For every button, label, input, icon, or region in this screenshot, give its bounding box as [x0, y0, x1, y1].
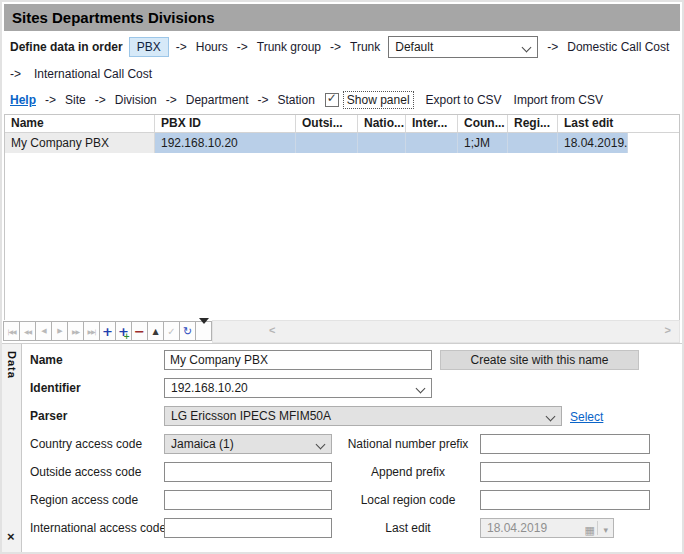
arrow-separator: -> [330, 40, 341, 54]
site-nav-row: Help -> Site -> Division -> Department -… [10, 88, 678, 112]
first-record-button[interactable]: |◀◀ [3, 321, 20, 341]
nav-trunk[interactable]: Trunk [350, 40, 380, 54]
append-prefix-input[interactable] [480, 462, 650, 482]
local-region-code-input[interactable] [480, 490, 650, 510]
select-parser-link[interactable]: Select [570, 408, 603, 428]
cell-region[interactable] [508, 133, 558, 153]
prior-page-button[interactable]: ◀◀ [19, 321, 36, 341]
cell-outside[interactable] [296, 133, 358, 153]
first-record-icon: |◀◀ [7, 328, 15, 335]
next-record-icon: ▶ [57, 327, 61, 335]
outside-access-code-label: Outside access code [30, 462, 141, 482]
prior-page-icon: ◀◀ [24, 328, 31, 335]
identifier-label: Identifier [30, 378, 81, 398]
prior-record-button[interactable]: ◀ [35, 321, 52, 341]
national-number-prefix-input[interactable] [480, 434, 650, 454]
nav-domestic-call-cost[interactable]: Domestic Call Cost [567, 40, 669, 54]
post-edit-button[interactable]: ✓ [163, 321, 180, 341]
create-site-button[interactable]: Create site with this name [440, 350, 639, 370]
db-navigator: |◀◀ ◀◀ ◀ ▶ ▶▶ ▶▶| + ++ − ▲ ✓ ↻ [4, 320, 212, 343]
identifier-dropdown-value: 192.168.10.20 [171, 381, 248, 395]
column-header-name[interactable]: Name [5, 115, 155, 132]
pbx-grid: Name PBX ID Outsi... Natio... Inter... C… [4, 114, 680, 320]
tab-data[interactable]: Data [6, 351, 18, 379]
next-page-button[interactable]: ▶▶ [67, 321, 84, 341]
nav-pbx[interactable]: PBX [129, 37, 169, 57]
chevron-down-icon [546, 412, 556, 422]
help-link[interactable]: Help [10, 93, 36, 107]
column-header-international[interactable]: Inter... [406, 115, 458, 132]
nav-trunk-group[interactable]: Trunk group [257, 40, 321, 54]
cell-national[interactable] [358, 133, 406, 153]
delete-record-button[interactable]: − [131, 321, 148, 341]
last-edit-value: 18.04.2019 [487, 521, 547, 535]
edit-record-button[interactable]: ▲ [147, 321, 164, 341]
edit-triangle-icon: ▲ [152, 327, 158, 336]
nav-hours[interactable]: Hours [196, 40, 228, 54]
name-input[interactable] [164, 350, 432, 370]
chevron-down-icon [416, 384, 426, 394]
region-access-code-label: Region access code [30, 490, 138, 510]
country-access-code-value: Jamaica (1) [171, 437, 234, 451]
column-header-country[interactable]: Coun... [458, 115, 508, 132]
define-order-label: Define data in order [10, 40, 123, 54]
international-access-code-input[interactable] [164, 518, 332, 538]
last-record-button[interactable]: ▶▶| [83, 321, 100, 341]
nav-site[interactable]: Site [65, 93, 86, 107]
minus-icon: − [134, 324, 145, 339]
filter-button[interactable] [195, 321, 212, 341]
country-access-code-dropdown[interactable]: Jamaica (1) [164, 434, 332, 454]
export-csv-button[interactable]: Export to CSV [426, 93, 502, 107]
insert-child-button[interactable]: ++ [115, 321, 132, 341]
last-edit-datepicker[interactable]: 18.04.2019 ▦ ▾ [480, 518, 614, 538]
international-access-code-label: International access code [30, 518, 166, 538]
scroll-right-icon[interactable]: > [665, 324, 671, 336]
close-icon[interactable]: × [7, 531, 15, 543]
filter-funnel-icon [199, 324, 209, 338]
arrow-separator: -> [10, 67, 21, 81]
column-header-region[interactable]: Regi... [508, 115, 558, 132]
nav-department[interactable]: Department [186, 93, 249, 107]
checkmark-icon: ✓ [327, 91, 337, 105]
cell-pbx-id[interactable]: 192.168.10.20 [155, 133, 296, 153]
trunk-default-dropdown-value: Default [395, 40, 433, 54]
arrow-separator: -> [166, 93, 177, 107]
horizontal-scrollbar[interactable]: < > [212, 320, 680, 343]
import-csv-button[interactable]: Import from CSV [514, 93, 603, 107]
nav-division[interactable]: Division [115, 93, 157, 107]
arrow-separator: -> [95, 93, 106, 107]
nav-international-call-cost[interactable]: International Call Cost [34, 67, 152, 81]
insert-record-button[interactable]: + [99, 321, 116, 341]
column-header-outside[interactable]: Outsi... [296, 115, 358, 132]
trunk-default-dropdown[interactable]: Default [388, 36, 538, 58]
table-row[interactable]: My Company PBX 192.168.10.20 1;JM 18.04.… [5, 133, 679, 153]
column-header-last-edit[interactable]: Last edit [558, 115, 628, 132]
local-region-code-label: Local region code [342, 490, 474, 510]
show-panel-label[interactable]: Show panel [343, 91, 414, 109]
cell-country[interactable]: 1;JM [458, 133, 508, 153]
next-page-icon: ▶▶ [72, 328, 79, 335]
parser-dropdown-value: LG Ericsson IPECS MFIM50A [171, 409, 331, 423]
parser-dropdown[interactable]: LG Ericsson IPECS MFIM50A [164, 406, 562, 426]
cell-name[interactable]: My Company PBX [5, 133, 155, 153]
dropdown-arrow-icon: ▾ [603, 521, 608, 539]
nav-station[interactable]: Station [277, 93, 314, 107]
column-header-national[interactable]: Natio... [358, 115, 406, 132]
column-header-pbx-id[interactable]: PBX ID [155, 115, 296, 132]
identifier-dropdown[interactable]: 192.168.10.20 [164, 378, 432, 398]
scroll-left-icon[interactable]: < [269, 324, 275, 336]
cell-international[interactable] [406, 133, 458, 153]
outside-access-code-input[interactable] [164, 462, 332, 482]
prior-record-icon: ◀ [41, 327, 45, 335]
pbx-form: Name Create site with this name Identifi… [22, 344, 682, 552]
cell-last-edit[interactable]: 18.04.2019... [558, 133, 628, 153]
append-prefix-label: Append prefix [342, 462, 474, 482]
next-record-button[interactable]: ▶ [51, 321, 68, 341]
arrow-separator: -> [237, 40, 248, 54]
grid-header-row: Name PBX ID Outsi... Natio... Inter... C… [5, 115, 679, 133]
show-panel-checkbox[interactable]: ✓ [325, 93, 339, 107]
refresh-button[interactable]: ↻ [179, 321, 196, 341]
region-access-code-input[interactable] [164, 490, 332, 510]
define-order-row: Define data in order PBX -> Hours -> Tru… [10, 33, 678, 60]
grid-navigator-bar: |◀◀ ◀◀ ◀ ▶ ▶▶ ▶▶| + ++ − ▲ ✓ ↻ < > [4, 320, 680, 343]
